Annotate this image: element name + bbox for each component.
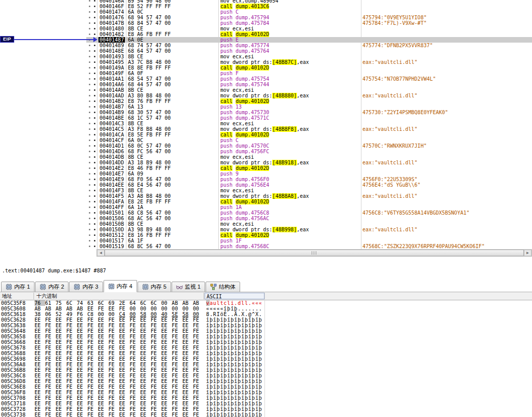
breakpoint-dot[interactable] [89,106,90,108]
breakpoint-dot[interactable] [89,134,90,135]
dump-row[interactable]: 005C3668EEFEEEFEEEFEEEFEEEFEEEFEEEFEEEFE… [0,339,532,345]
disasm-row[interactable]: 00401512E8 16 FB FF FFcall dump.40102D [0,232,532,238]
breakpoint-dot[interactable] [89,73,90,74]
breakpoint-dot[interactable] [89,22,90,24]
dump-pane[interactable]: 地址 十六进制 ASCII 005C35F87661756C74636C692E… [0,292,532,417]
scroll-left-arrow-icon[interactable]: ◄ [97,250,105,256]
disasm-row[interactable]: 004014C5A3 F8 B8 48 00mov dword ptr ds:[… [0,126,532,132]
horizontal-scrollbar[interactable]: ◄ ► [96,249,532,257]
disasm-row[interactable]: 0040148968 74 57 47 00push dump.47577447… [0,43,532,48]
scroll-thumb[interactable] [105,250,524,256]
disasm-row[interactable]: 004014ADA3 80 B8 48 00mov dword ptr ds:[… [0,93,532,98]
scroll-right-arrow-icon[interactable]: ► [524,250,531,256]
disasm-row[interactable]: 004014DB8B CEmov ecx,esi [0,154,532,160]
breakpoint-dot[interactable] [89,195,90,197]
breakpoint-dot[interactable] [89,151,90,152]
breakpoint-dot[interactable] [89,45,90,46]
dump-row[interactable]: 005C3698EEFEEEFEEEFEEEFEEEFEEEFEEEFEEEFE… [0,356,532,362]
disasm-row[interactable]: 004014EE68 E4 56 47 00push dump.4756E447… [0,182,532,188]
breakpoint-dot[interactable] [89,95,90,96]
disasm-row[interactable]: 0040149F6A 0Fpush F [0,71,532,76]
breakpoint-dot[interactable] [89,123,90,124]
disasm-row[interactable]: 00401482E8 A6 FB FF FFcall dump.40102D [0,31,532,37]
tab-memory-5[interactable]: 内存 5 [138,282,171,292]
tab-memory-3[interactable]: 内存 3 [69,282,103,292]
tab-memory-4[interactable]: 内存 4 [104,280,137,292]
breakpoint-dot[interactable] [89,190,90,191]
disasm-row[interactable]: 004014CF6A 0Cpush C [0,137,532,143]
tab-memory-1[interactable]: 内存 1 [1,282,35,292]
breakpoint-dot[interactable] [89,28,90,29]
disasm-row[interactable]: 00401495A3 7C B8 48 00mov dword ptr ds:[… [0,59,532,65]
breakpoint-dot[interactable] [89,128,90,130]
dump-row[interactable]: 005C3678EEFEEEFEEEFEEEFEEEFEEEFEEEFEEEFE… [0,345,532,351]
breakpoint-dot[interactable] [89,6,90,7]
disasm-row[interactable]: 004014F38B CEmov ecx,esi [0,188,532,193]
breakpoint-dot[interactable] [89,100,90,102]
breakpoint-dot[interactable] [89,234,90,236]
breakpoint-dot[interactable] [89,145,90,147]
breakpoint-dot[interactable] [89,218,90,219]
breakpoint-dot[interactable] [89,212,90,214]
disasm-row[interactable]: 004015176A 1Fpush 1F [0,238,532,244]
disasm-row[interactable]: 004014E968 F0 56 47 00push dump.4756F047… [0,177,532,182]
disasm-row[interactable]: 004014C38B CEmov ecx,esi [0,121,532,126]
dump-row[interactable]: 005C36C8EEFEEEFEEEFEEEFEEEFEEEFEEEFEEEFE… [0,373,532,378]
breakpoint-dot[interactable] [89,84,90,85]
breakpoint-dot[interactable] [89,229,90,230]
disasm-row[interactable]: 0040150B8B CEmov ecx,esi [0,221,532,227]
dump-row[interactable]: 005C35F87661756C74636C692E646C6C00ABABAB… [0,300,532,306]
breakpoint-dot[interactable] [89,246,90,247]
dump-col-ascii[interactable]: ASCII [205,293,264,299]
dump-row[interactable]: 005C36F8EEFEEEFEEEFEEEFEEEFEEEFEEEFEEEFE… [0,390,532,395]
breakpoint-dot[interactable] [89,56,90,57]
breakpoint-dot[interactable] [89,167,90,169]
tab-watch-1[interactable]: 监视 1 [172,282,205,292]
disasm-row[interactable]: 004014B2E8 76 FB FF FFcall dump.40102D [0,98,532,104]
breakpoint-dot[interactable] [89,173,90,175]
disasm-row[interactable]: 0040151968 8C 56 47 00push dump.47568C47… [0,244,532,249]
disasm-row[interactable]: 0040148E68 64 57 47 00push dump.475764 [0,48,532,54]
tab-memory-2[interactable]: 内存 2 [35,282,69,292]
breakpoint-dot[interactable] [89,17,90,18]
dump-row[interactable]: 005C3728EEFEEEFEEEFEEEFEEEFEEEFEEEFEEEFE… [0,406,532,412]
disasm-row[interactable]: 004014DDA3 18 B9 48 00mov dword ptr ds:[… [0,160,532,165]
breakpoint-dot[interactable] [89,201,90,202]
breakpoint-dot[interactable] [89,156,90,158]
disasm-row[interactable]: 0040146FE8 52 FF FF FFcall dump.4013C6 [0,4,532,9]
breakpoint-dot[interactable] [89,67,90,68]
dump-row[interactable]: 005C36E8EEFEEEFEEEFEEEFEEEFEEEFEEEFEEEFE… [0,384,532,390]
dump-row[interactable]: 005C3628EEFEEEFEEEFEEEFEEEFEEEFEEEFEEEFE… [0,317,532,323]
breakpoint-dot[interactable] [89,61,90,63]
disasm-row[interactable]: 004014D168 0C 57 47 00push dump.47570C47… [0,143,532,149]
breakpoint-dot[interactable] [89,50,90,52]
disassembly-pane[interactable]: 0040146AB9 54 90 48 00mov ecx,dump.48905… [0,0,532,249]
breakpoint-dot[interactable] [89,179,90,180]
disasm-row[interactable]: 004014A668 44 57 47 00push dump.475744 [0,82,532,87]
disasm-row[interactable]: 004014B968 30 57 47 00push dump.47573047… [0,110,532,115]
breakpoint-dot[interactable] [89,117,90,119]
dump-row[interactable]: 005C3718EEFEEEFEEEFEEEFEEEFEEEFEEEFEEEFE… [0,401,532,406]
breakpoint-dot[interactable] [89,0,90,2]
disasm-row[interactable]: 004014AB8B CEmov ecx,esi [0,87,532,93]
breakpoint-dot[interactable] [89,112,90,113]
dump-row[interactable]: 005C3648EEFEEEFEEEFEEEFEEEFEEEFEEEFEEEFE… [0,328,532,334]
breakpoint-dot[interactable] [89,33,90,35]
disasm-row[interactable]: 0040150168 C8 56 47 00push dump.4756C847… [0,210,532,216]
disasm-row[interactable]: 004014F5A3 A8 B8 48 00mov dword ptr ds:[… [0,193,532,199]
disasm-row[interactable]: 0040149AE8 8E FB FF FFcall dump.40102D [0,65,532,71]
disasm-row[interactable]: 004014D668 FC 56 47 00push dump.4756FC [0,149,532,154]
breakpoint-dot[interactable] [89,78,90,80]
disasm-row[interactable]: 004014BE68 1C 57 47 00push dump.47571C [0,115,532,121]
dump-col-hex[interactable]: 十六进制 [37,292,57,300]
dump-row[interactable]: 005C3688EEFEEEFEEEFEEEFEEEFEEEFEEEFEEEFE… [0,351,532,356]
dump-row[interactable]: 005C36B8EEFEEEFEEEFEEEFEEEFEEEFEEEFEEEFE… [0,367,532,373]
disasm-row[interactable]: 004014E2E8 46 FB FF FFcall dump.40102D [0,165,532,171]
disasm-row[interactable]: 0040150DA3 98 B9 48 00mov dword ptr ds:[… [0,227,532,232]
breakpoint-dot[interactable] [89,206,90,208]
dump-col-address[interactable]: 地址 [2,292,12,300]
disasm-row[interactable]: 0040147B68 84 57 47 00push dump.47578447… [0,20,532,26]
dump-row[interactable]: 005C3638EEFEEEFEEEFEEEFEEEFEEEFEEEFEEEFE… [0,323,532,328]
disasm-row[interactable]: 004014A168 54 57 47 00push dump.47575447… [0,76,532,82]
dump-row[interactable]: 005C3608ABABABABABEEFEEEFE00000000000000… [0,306,532,311]
